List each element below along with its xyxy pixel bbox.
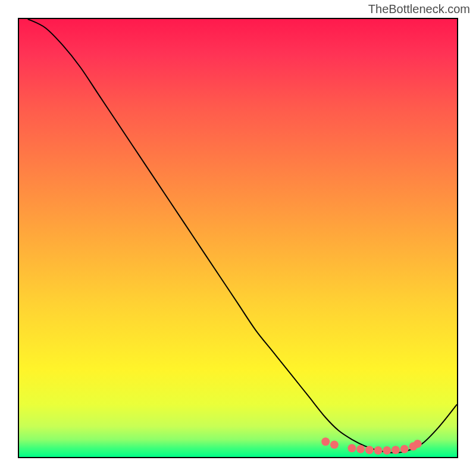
data-marker xyxy=(347,444,356,452)
chart-plot-area xyxy=(18,18,458,458)
data-marker xyxy=(330,440,339,449)
curve-line xyxy=(28,19,457,453)
data-marker xyxy=(321,437,330,446)
data-marker xyxy=(400,445,409,453)
data-marker xyxy=(365,446,374,454)
data-marker xyxy=(414,440,422,448)
data-marker xyxy=(383,446,391,455)
data-marker xyxy=(374,446,383,455)
chart-svg xyxy=(19,19,457,457)
data-marker xyxy=(392,446,400,454)
data-marker xyxy=(356,445,365,453)
marker-group xyxy=(321,437,421,455)
watermark-text: TheBottleneck.com xyxy=(368,2,470,16)
